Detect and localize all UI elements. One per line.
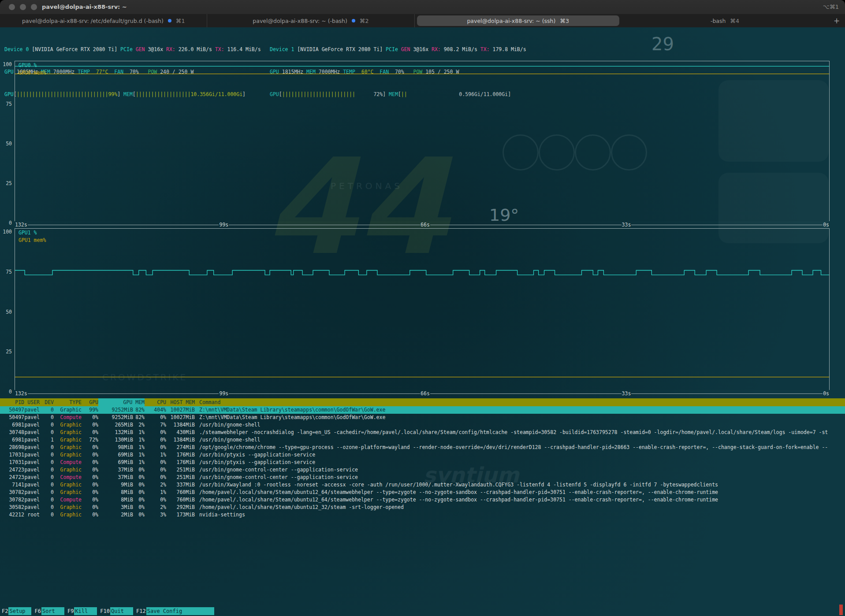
cell-mem: 132MiB xyxy=(98,429,133,436)
zoom-button[interactable] xyxy=(31,4,37,10)
window-shortcut-hint: ⌥⌘1 xyxy=(823,0,839,14)
fn-key-label: F9 xyxy=(67,607,74,615)
table-row[interactable]: 30748pavel0Graphic0%132MiB1%0%430MiB./st… xyxy=(0,429,845,436)
cell-dev: 0 xyxy=(40,444,54,451)
table-row-selected[interactable]: 50497pavel0Graphic99%9252MiB82%404%10027… xyxy=(0,406,845,414)
process-table: PID USER DEV TYPE GPU GPU MEM CPU HOST M… xyxy=(0,398,845,519)
cell-mempct: 1% xyxy=(133,444,145,451)
cell-host: 10027MiB xyxy=(166,406,195,414)
x-tick-label: 33s xyxy=(622,390,632,397)
text-segment: TX: xyxy=(480,46,493,52)
table-row[interactable]: 24723pavel0Graphic0%37MiB0%0%251MiB/usr/… xyxy=(0,466,845,474)
minimize-button[interactable] xyxy=(20,4,26,10)
cell-type: Graphic xyxy=(54,444,82,451)
x-axis-line xyxy=(631,225,823,225)
gpu0-plot-area: GPU0 %GPU0 mem% xyxy=(15,61,830,221)
tab-shortcut: ⌘2 xyxy=(360,18,369,24)
scroll-indicator xyxy=(839,605,843,615)
cell-mem: 130MiB xyxy=(98,436,133,444)
cell-type: Graphic xyxy=(54,436,82,444)
cell-host: 176MiB xyxy=(166,451,195,459)
table-row[interactable]: 30782pavel0Graphic0%8MiB0%1%760MiB/home/… xyxy=(0,489,845,496)
x-tick-label: 0s xyxy=(823,221,830,228)
table-row[interactable]: 30782pavel0Compute0%8MiB0%0%760MiB/home/… xyxy=(0,496,845,504)
cell-user: pavel xyxy=(24,496,40,504)
wallpaper-calendar-day: 29 xyxy=(651,41,674,48)
y-tick-label: 50 xyxy=(6,140,12,148)
text-segment: 3@16x xyxy=(148,46,166,52)
table-row[interactable]: 6981pavel1Graphic72%130MiB1%0%1384MiB/us… xyxy=(0,436,845,444)
gpu1-history-chart: GPU1 %GPU1 mem% 1007550250 132s99s66s33s… xyxy=(15,228,830,397)
activity-dot-icon xyxy=(168,19,171,22)
cell-cpu: 0% xyxy=(145,414,166,421)
window-title: pavel@dolpa-ai-x88-srv: ~ xyxy=(42,0,127,14)
table-row[interactable]: 17031pavel0Compute0%69MiB1%0%176MiB/usr/… xyxy=(0,459,845,466)
cell-dev: 0 xyxy=(40,504,54,511)
cell-mempct: 0% xyxy=(133,496,145,504)
cell-mem: 69MiB xyxy=(98,459,133,466)
cell-mempct: 82% xyxy=(133,414,145,421)
table-row[interactable]: 6981pavel0Graphic0%265MiB2%7%1384MiB/usr… xyxy=(0,421,845,429)
x-axis-line xyxy=(430,393,622,394)
fn-save-config[interactable]: F12Save Config xyxy=(136,607,214,615)
text-segment: 3@16x xyxy=(413,46,432,52)
tab-grub-d-bash[interactable]: pavel@dolpa-ai-x88-srv: /etc/default/gru… xyxy=(0,14,207,27)
table-row[interactable]: 28698pavel0Graphic0%98MiB1%0%274MiB/opt/… xyxy=(0,444,845,451)
table-row[interactable]: 50497pavel0Compute0%9252MiB82%0%10027MiB… xyxy=(0,414,845,421)
cell-mempct: 0% xyxy=(133,474,145,481)
cell-gpu: 0% xyxy=(82,474,98,481)
cell-host: 1384MiB xyxy=(166,436,195,444)
cell-type: Graphic xyxy=(54,429,82,436)
tab-ssh-active[interactable]: pavel@dolpa-ai-x88-srv: ~ (ssh) ⌘3 xyxy=(415,14,622,27)
table-row[interactable]: 7141pavel0Graphic0%9MiB0%2%337MiB/usr/bi… xyxy=(0,481,845,489)
window-titlebar: pavel@dolpa-ai-x88-srv: ~ ⌥⌘1 xyxy=(0,0,845,15)
cell-mempct: 0% xyxy=(133,511,145,519)
cell-gpu: 0% xyxy=(82,459,98,466)
cell-type: Graphic xyxy=(54,466,82,474)
fn-setup[interactable]: F2Setup xyxy=(1,607,31,615)
cell-cpu: 7% xyxy=(145,421,166,429)
cell-type: Compute xyxy=(54,414,82,421)
cell-user: pavel xyxy=(24,421,40,429)
gpu1-series-lines xyxy=(15,232,829,385)
y-tick-label: 75 xyxy=(6,268,12,275)
cell-cpu: 0% xyxy=(145,429,166,436)
tab-home-bash[interactable]: pavel@dolpa-ai-x88-srv: ~ (-bash) ⌘2 xyxy=(207,14,414,27)
cell-cmd: /usr/bin/Xwayland :0 -rootless -noreset … xyxy=(199,481,845,489)
cell-dev: 0 xyxy=(40,451,54,459)
tab-shortcut: ⌘1 xyxy=(176,18,185,24)
cell-cmd: /usr/bin/gnome-control-center --gapplica… xyxy=(199,474,845,481)
cell-user: pavel xyxy=(24,466,40,474)
text-segment: 116.4 MiB/s xyxy=(227,46,261,52)
fn-quit[interactable]: F10Quit xyxy=(100,607,133,615)
cell-mempct: 2% xyxy=(133,421,145,429)
x-tick-label: 99s xyxy=(219,390,229,397)
text-segment: [NVIDIA GeForce RTX 2080 Ti] xyxy=(297,46,386,52)
table-row[interactable]: 17031pavel0Graphic0%69MiB1%1%176MiB/usr/… xyxy=(0,451,845,459)
close-button[interactable] xyxy=(9,4,15,10)
new-tab-button[interactable]: + xyxy=(828,14,845,27)
cell-gpu: 0% xyxy=(82,414,98,421)
table-row[interactable]: 24723pavel0Compute0%37MiB0%0%251MiB/usr/… xyxy=(0,474,845,481)
fn-sort[interactable]: F6Sort xyxy=(34,607,64,615)
cell-pid: 50497 xyxy=(0,414,24,421)
gpu0-history-chart: GPU0 %GPU0 mem% 1007550250 132s99s66s33s… xyxy=(15,61,830,228)
cell-pid: 24723 xyxy=(0,474,24,481)
fn-kill[interactable]: F9Kill xyxy=(67,607,97,615)
gpu1-legend: GPU1 %GPU1 mem% xyxy=(19,229,46,244)
tab-bash[interactable]: -bash ⌘4 xyxy=(622,14,828,27)
cell-cmd: nvidia-settings xyxy=(199,511,845,519)
cell-mem: 69MiB xyxy=(98,451,133,459)
table-row[interactable]: 30582pavel0Graphic0%3MiB0%2%292MiB/home/… xyxy=(0,504,845,511)
cell-user: pavel xyxy=(24,459,40,466)
cell-type: Compute xyxy=(54,459,82,466)
cell-pid: 24723 xyxy=(0,466,24,474)
x-axis-line xyxy=(28,393,219,394)
cell-mem: 37MiB xyxy=(98,474,133,481)
col-command: Command xyxy=(199,398,220,406)
cell-gpu: 0% xyxy=(82,504,98,511)
cell-cmd: /usr/bin/gnome-control-center --gapplica… xyxy=(199,466,845,474)
text-segment: RX: xyxy=(166,46,179,52)
table-row[interactable]: 42212root0Graphic0%2MiB0%3%173MiBnvidia-… xyxy=(0,511,845,519)
x-axis-line xyxy=(28,225,219,225)
